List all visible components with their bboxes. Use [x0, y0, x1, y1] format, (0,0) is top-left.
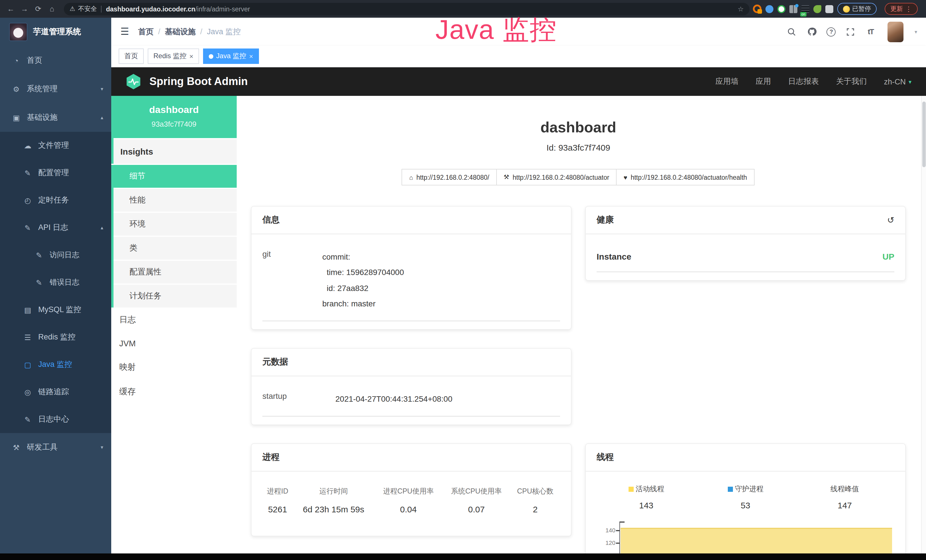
tab-Java 监控[interactable]: Java 监控×	[203, 48, 259, 64]
sidebar-item-系统管理[interactable]: ⚙系统管理▾	[0, 75, 111, 103]
scrollbar-thumb[interactable]	[922, 101, 926, 167]
endpoint-link[interactable]: ⌂http://192.168.0.2:48080/	[402, 169, 497, 185]
address-bar[interactable]: ⚠ 不安全 dashboard.yudao.iocoder.cn /infra/…	[64, 3, 749, 15]
sba-nav-应用墙[interactable]: 应用墙	[715, 76, 738, 87]
browser-nav: ←→⟳⌂	[0, 3, 61, 15]
sidebar-item-日志中心[interactable]: ✎日志中心	[0, 406, 111, 433]
sidebar-item-Redis 监控[interactable]: ☰Redis 监控	[0, 324, 111, 351]
sidebar-item-文件管理[interactable]: ☁文件管理	[0, 132, 111, 159]
admin-menu: ◔首页⚙系统管理▾▣基础设施▴☁文件管理✎配置管理◴定时任务✎API 日志▴✎访…	[0, 46, 111, 462]
metadata-card-title: 元数据	[251, 349, 571, 377]
sidebar-item-配置管理[interactable]: ✎配置管理	[0, 159, 111, 186]
process-header-row: 进程ID运行时间进程CPU使用率系统CPU使用率CPU核心数	[262, 484, 560, 504]
sidebar-item-链路追踪[interactable]: ◎链路追踪	[0, 378, 111, 406]
github-icon[interactable]	[807, 27, 817, 37]
reload-icon[interactable]: ⟳	[32, 3, 44, 15]
brand-row[interactable]: 芋道管理系统	[0, 18, 111, 46]
instance-header[interactable]: dashboard 93a3fc7f7409	[111, 96, 237, 138]
fullscreen-icon[interactable]	[846, 27, 856, 37]
sidebar-item-MySQL 监控[interactable]: ▤MySQL 监控	[0, 296, 111, 324]
threads-title-text: 线程	[597, 452, 614, 463]
breadcrumb-item-首页[interactable]: 首页	[138, 27, 154, 37]
sidebar-item-错误日志[interactable]: ✎错误日志	[0, 269, 111, 296]
extension-pin-icon[interactable]	[766, 5, 773, 13]
health-card-body: Instance UP	[586, 235, 905, 280]
user-menu-caret-icon[interactable]: ▾	[915, 29, 917, 35]
extension-green-icon[interactable]	[778, 5, 785, 13]
extension-leaf-icon[interactable]	[813, 5, 822, 13]
metadata-title-text: 元数据	[262, 357, 288, 368]
tab-close-icon[interactable]: ×	[189, 52, 194, 60]
threads-card: 线程 活动线程143守护进程53线程峰值147 140120100	[585, 443, 906, 554]
insights-panel: Insights 细节性能环境类配置属性计划任务	[111, 138, 237, 307]
sidebar-item-首页[interactable]: ◔首页	[0, 46, 111, 75]
browser-menu-icon[interactable]: ⋮	[905, 5, 912, 13]
sidebar-item-日志[interactable]: 日志	[111, 307, 237, 332]
sidebar-item-缓存[interactable]: 缓存	[111, 380, 237, 404]
health-status-badge: UP	[882, 251, 894, 261]
insight-item-计划任务[interactable]: 计划任务	[113, 283, 237, 307]
extensions-row: on 已暂停 更新 ⋮	[753, 3, 926, 15]
back-icon[interactable]: ←	[5, 3, 17, 15]
home-icon[interactable]: ⌂	[45, 3, 58, 15]
locale-selector[interactable]: zh-CN▾	[884, 77, 911, 86]
live-threads-area	[620, 528, 892, 554]
metadata-card: 元数据 startup 2021-04-27T00:44:31.254+08:0…	[251, 348, 572, 425]
search-icon[interactable]	[787, 27, 797, 37]
breadcrumb-item-基础设施[interactable]: 基础设施	[165, 27, 196, 37]
extension-orange-icon[interactable]	[753, 5, 761, 13]
font-size-icon[interactable]: tT	[865, 27, 876, 37]
endpoint-link[interactable]: ♥http://192.168.0.2:48080/actuator/healt…	[616, 169, 754, 185]
profile-paused-pill[interactable]: 已暂停	[837, 3, 877, 15]
insight-item-细节[interactable]: 细节	[111, 164, 237, 188]
tab-Redis 监控[interactable]: Redis 监控×	[148, 48, 199, 64]
insight-item-类[interactable]: 类	[113, 236, 237, 260]
sidebar-item-label: 基础设施	[27, 112, 57, 123]
cards-grid: 信息 git commit: time: 1596289704000 id: 2…	[251, 206, 906, 554]
database-icon: ▤	[23, 306, 32, 314]
sidebar-item-研发工具[interactable]: ⚒研发工具▾	[0, 433, 111, 462]
sba-nav-应用[interactable]: 应用	[755, 76, 771, 87]
breadcrumb-item-Java 监控[interactable]: Java 监控	[207, 27, 241, 37]
y-tick-mark	[616, 543, 620, 544]
scrollbar[interactable]	[921, 96, 926, 554]
sidebar-item-label: 访问日志	[50, 250, 79, 260]
health-history-icon[interactable]: ↺	[887, 215, 894, 225]
help-icon[interactable]: ?	[827, 27, 836, 36]
sidebar-item-JVM[interactable]: JVM	[111, 332, 237, 355]
update-button[interactable]: 更新 ⋮	[885, 3, 918, 15]
insight-item-性能[interactable]: 性能	[113, 188, 237, 212]
brand-title: 芋道管理系统	[33, 27, 81, 37]
sba-nav-关于我们[interactable]: 关于我们	[836, 76, 867, 87]
insight-item-配置属性[interactable]: 配置属性	[113, 260, 237, 283]
tab-close-icon[interactable]: ×	[249, 52, 253, 60]
endpoint-link[interactable]: ⚒http://192.168.0.2:48080/actuator	[496, 169, 617, 185]
monitor-icon: ▣	[12, 113, 21, 122]
sidebar-item-Java 监控[interactable]: ▢Java 监控	[0, 351, 111, 378]
user-avatar[interactable]	[888, 21, 904, 42]
chevron-up-icon: ▴	[101, 225, 103, 230]
forward-icon[interactable]: →	[18, 3, 31, 15]
process-value: 6d 23h 15m 59s	[293, 504, 374, 522]
java-icon: ▢	[23, 360, 32, 369]
legend-text: 守护进程	[735, 485, 763, 494]
process-card: 进程 进程ID运行时间进程CPU使用率系统CPU使用率CPU核心数52616d …	[251, 443, 572, 537]
bookmark-star-icon[interactable]: ☆	[737, 5, 744, 13]
sidebar-item-访问日志[interactable]: ✎访问日志	[0, 241, 111, 269]
sba-nav-日志报表[interactable]: 日志报表	[788, 76, 819, 87]
extensions-puzzle-icon[interactable]	[825, 5, 833, 13]
extension-switch-icon[interactable]: on	[801, 5, 809, 13]
chevron-up-icon: ▴	[101, 115, 103, 120]
threads-card-body: 活动线程143守护进程53线程峰值147 140120100	[586, 472, 905, 554]
extension-grid-icon[interactable]	[790, 5, 797, 13]
sidebar-item-API 日志[interactable]: ✎API 日志▴	[0, 214, 111, 241]
sidebar-item-基础设施[interactable]: ▣基础设施▴	[0, 103, 111, 132]
tab-首页[interactable]: 首页	[119, 48, 144, 64]
legend-value: 53	[696, 501, 795, 510]
insight-item-环境[interactable]: 环境	[113, 212, 237, 236]
sidebar-item-定时任务[interactable]: ◴定时任务	[0, 186, 111, 214]
window-bottom-edge	[0, 554, 926, 560]
sidebar-item-映射[interactable]: 映射	[111, 355, 237, 380]
sidebar-toggle-icon[interactable]: ☰	[120, 26, 129, 38]
gear-icon: ⚙	[12, 85, 21, 93]
